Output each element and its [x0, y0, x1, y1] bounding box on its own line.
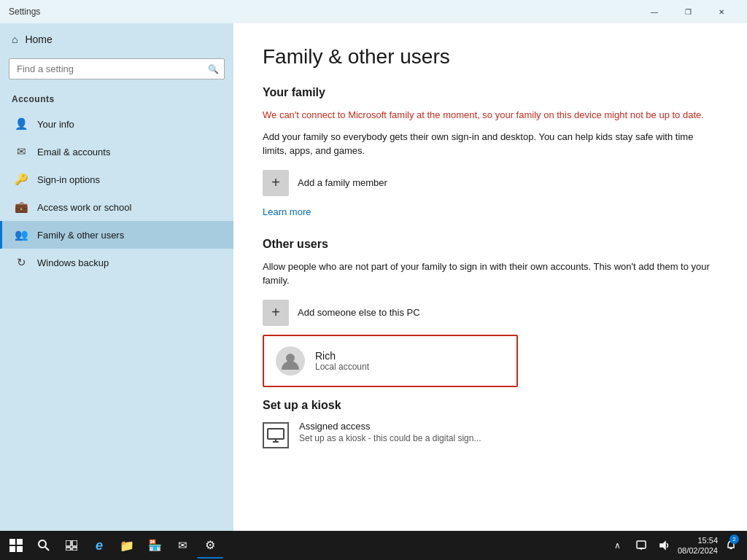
svg-rect-6 [9, 546, 15, 552]
search-input[interactable] [9, 58, 225, 79]
notification-badge: 2 [729, 534, 739, 544]
sidebar-item-label-family: Family & other users [37, 230, 124, 241]
restore-button[interactable]: ❐ [671, 0, 705, 23]
file-explorer-icon[interactable]: 📁 [114, 532, 140, 559]
sidebar-item-windows-backup[interactable]: ↻ Windows backup [0, 249, 233, 276]
sidebar-item-label-email: Email & accounts [37, 147, 110, 158]
sidebar-home-label: Home [25, 34, 52, 45]
svg-rect-1 [268, 429, 284, 439]
sidebar-item-label-work: Access work or school [37, 202, 131, 213]
svg-rect-13 [72, 548, 77, 551]
kiosk-monitor-icon [263, 422, 289, 448]
kiosk-section: Set up a kiosk Assigned access Set up as… [263, 399, 718, 448]
date-display: 08/02/2024 [678, 545, 718, 556]
network-icon[interactable] [631, 532, 651, 559]
svg-point-8 [39, 540, 46, 548]
close-button[interactable]: ✕ [705, 0, 738, 23]
sidebar-item-access-work-school[interactable]: 💼 Access work or school [0, 193, 233, 221]
add-someone-label: Add someone else to this PC [298, 307, 420, 318]
other-users-description: Allow people who are not part of your fa… [263, 260, 718, 288]
svg-rect-7 [17, 546, 23, 552]
user-type: Local account [315, 362, 369, 372]
assigned-access-title: Assigned access [299, 421, 481, 432]
taskbar-left: e 📁 🏪 ✉ ⚙ [3, 532, 223, 559]
chevron-up-icon[interactable]: ∧ [608, 532, 628, 559]
sidebar-item-label-backup: Windows backup [37, 257, 109, 268]
svg-rect-12 [66, 548, 71, 551]
sidebar-item-email-accounts[interactable]: ✉ Email & accounts [0, 138, 233, 166]
add-family-member-button[interactable]: + [263, 170, 289, 196]
svg-line-9 [45, 547, 49, 551]
mail-icon[interactable]: ✉ [169, 532, 196, 559]
sidebar-item-your-info[interactable]: 👤 Your info [0, 110, 233, 138]
svg-rect-11 [72, 540, 77, 546]
family-description: Add your family so everybody gets their … [263, 130, 718, 158]
minimize-button[interactable]: — [638, 0, 671, 23]
sidebar-item-label-your-info: Your info [37, 119, 74, 130]
start-button[interactable] [3, 532, 29, 559]
edge-icon[interactable]: e [86, 532, 112, 559]
sign-in-icon: 🔑 [14, 173, 28, 186]
add-someone-row[interactable]: + Add someone else to this PC [263, 300, 718, 326]
kiosk-title: Set up a kiosk [263, 399, 718, 412]
clock-display[interactable]: 15:54 08/02/2024 [678, 535, 718, 556]
store-icon[interactable]: 🏪 [142, 532, 168, 559]
assigned-access-desc: Set up as a kiosk - this could be a digi… [299, 433, 481, 443]
sidebar-item-family-other-users[interactable]: 👥 Family & other users [0, 221, 233, 249]
task-view-icon[interactable] [58, 532, 85, 559]
sidebar-item-sign-in-options[interactable]: 🔑 Sign-in options [0, 166, 233, 193]
volume-icon[interactable] [654, 532, 675, 559]
titlebar-title: Settings [9, 7, 40, 17]
user-card-rich[interactable]: Rich Local account [263, 335, 518, 387]
learn-more-link[interactable]: Learn more [263, 206, 311, 217]
svg-marker-17 [660, 542, 665, 549]
content-area: Family & other users Your family We can'… [233, 23, 747, 531]
kiosk-info: Assigned access Set up as a kiosk - this… [299, 421, 481, 443]
user-info: Rich Local account [315, 350, 369, 372]
page-title: Family & other users [263, 45, 718, 69]
email-icon: ✉ [14, 145, 28, 158]
backup-icon: ↻ [14, 256, 28, 269]
family-error-message: We can't connect to Microsoft family at … [263, 108, 718, 122]
your-info-icon: 👤 [14, 117, 28, 131]
sidebar-search-container: 🔍 [9, 58, 225, 79]
search-icon: 🔍 [208, 64, 219, 74]
svg-rect-10 [66, 540, 71, 546]
user-name: Rich [315, 350, 369, 362]
sidebar-section-title: Accounts [0, 88, 233, 110]
svg-rect-14 [637, 541, 646, 548]
taskbar: e 📁 🏪 ✉ ⚙ ∧ 15:54 08/02/2024 [0, 531, 747, 560]
svg-rect-4 [9, 539, 15, 545]
taskbar-right: ∧ 15:54 08/02/2024 2 [608, 532, 744, 559]
svg-rect-5 [17, 539, 23, 545]
notification-icon[interactable]: 2 [721, 532, 741, 559]
sidebar-home[interactable]: ⌂ Home [0, 23, 233, 55]
add-family-member-row[interactable]: + Add a family member [263, 170, 718, 196]
kiosk-action-row[interactable]: Assigned access Set up as a kiosk - this… [263, 421, 718, 448]
add-someone-button[interactable]: + [263, 300, 289, 326]
time-display: 15:54 [697, 535, 718, 545]
work-school-icon: 💼 [14, 201, 28, 214]
titlebar: Settings — ❐ ✕ [0, 0, 747, 23]
titlebar-controls: — ❐ ✕ [638, 0, 738, 23]
home-icon: ⌂ [12, 34, 18, 45]
settings-icon[interactable]: ⚙ [197, 532, 223, 559]
sidebar: ⌂ Home 🔍 Accounts 👤 Your info ✉ Email & … [0, 23, 233, 531]
family-icon: 👥 [14, 228, 28, 241]
your-family-title: Your family [263, 86, 718, 99]
other-users-title: Other users [263, 238, 718, 251]
main-container: ⌂ Home 🔍 Accounts 👤 Your info ✉ Email & … [0, 23, 747, 531]
sidebar-item-label-signin: Sign-in options [37, 174, 100, 185]
avatar [276, 346, 305, 376]
add-family-member-label: Add a family member [298, 177, 387, 188]
taskbar-search-icon[interactable] [31, 532, 57, 559]
